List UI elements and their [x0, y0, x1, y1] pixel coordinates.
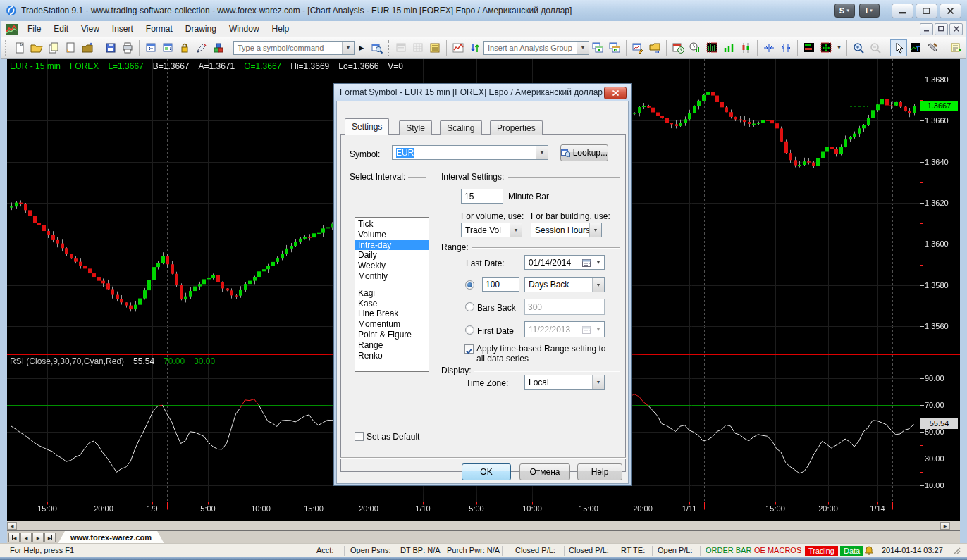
- minimize-button[interactable]: [892, 4, 913, 18]
- zoom-in-icon[interactable]: [850, 39, 867, 56]
- first-date-radio[interactable]: [465, 325, 474, 335]
- interval-value-input[interactable]: 15: [461, 189, 503, 204]
- workspaces-icon[interactable]: [45, 39, 62, 56]
- save-icon[interactable]: [102, 39, 119, 56]
- style-cubes-icon[interactable]: [210, 39, 227, 56]
- menu-insert[interactable]: Insert: [106, 23, 140, 35]
- menu-format[interactable]: Format: [140, 23, 179, 35]
- interval-option[interactable]: Kase: [355, 299, 429, 309]
- trading-status-badge[interactable]: Trading: [805, 546, 838, 556]
- symbol-lookup-icon[interactable]: [369, 39, 386, 56]
- apply-range-checkbox[interactable]: [464, 344, 474, 354]
- analysis-group-combo[interactable]: Insert an Analysis Group▼: [484, 41, 589, 55]
- last-date-picker[interactable]: 01/14/2014 ▼: [524, 255, 605, 270]
- quote-board-icon[interactable]: [426, 39, 443, 56]
- tab-style[interactable]: Style: [399, 120, 432, 135]
- close-button[interactable]: [940, 4, 961, 18]
- run-command-button[interactable]: ▶: [356, 41, 367, 55]
- lock-icon[interactable]: [176, 39, 193, 56]
- mdi-restore-button[interactable]: [935, 23, 948, 35]
- toolbar-gripper[interactable]: [5, 40, 8, 56]
- menu-edit[interactable]: Edit: [47, 23, 75, 35]
- symbol-shortcut-button[interactable]: S▼: [834, 4, 855, 18]
- save-workspace-icon[interactable]: [62, 39, 79, 56]
- chart-scrollbar[interactable]: ◀ ▶: [7, 521, 960, 530]
- volume-bars-icon[interactable]: [720, 39, 737, 56]
- interval-option[interactable]: Renko: [355, 351, 429, 361]
- next-workspace-button[interactable]: ▶: [32, 533, 44, 542]
- menu-window[interactable]: Window: [223, 23, 266, 35]
- tab-settings[interactable]: Settings: [345, 118, 389, 135]
- volume-combobox[interactable]: Trade Vol▼: [461, 223, 522, 237]
- market-depth-icon[interactable]: [801, 39, 818, 56]
- indicator-shortcut-button[interactable]: I▼: [859, 4, 880, 18]
- next-window-icon[interactable]: [159, 39, 176, 56]
- grid-window-icon[interactable]: [409, 39, 426, 56]
- scroll-right-button[interactable]: ▶: [940, 522, 950, 530]
- sort-arrows-icon[interactable]: [467, 39, 484, 56]
- days-back-combobox[interactable]: Days Back▼: [524, 277, 605, 292]
- format-painter-icon[interactable]: [193, 39, 210, 56]
- chevron-down-icon[interactable]: ▼: [577, 42, 589, 54]
- data-status-badge[interactable]: Data: [840, 546, 863, 556]
- interval-option[interactable]: Point & Figure: [355, 330, 429, 340]
- symbol-command-combo[interactable]: Type a symbol/command▼: [233, 41, 355, 55]
- mdi-minimize-button[interactable]: [920, 23, 933, 35]
- interval-option[interactable]: Kagi: [355, 288, 429, 299]
- time-bars-icon[interactable]: [686, 39, 703, 56]
- strategy-builder-icon[interactable]: [629, 39, 646, 56]
- zoom-out-icon[interactable]: [867, 39, 884, 56]
- candlestick-style-icon[interactable]: [737, 39, 754, 56]
- scroll-left-button[interactable]: ◀: [7, 522, 17, 530]
- symbol-combobox[interactable]: EUR ▼: [392, 145, 548, 160]
- strategy-folder-icon[interactable]: [646, 39, 663, 56]
- cancel-button[interactable]: Отмена: [519, 463, 570, 480]
- print-icon[interactable]: [119, 39, 136, 56]
- histogram-icon[interactable]: [703, 39, 720, 56]
- chevron-down-icon[interactable]: ▼: [536, 146, 548, 159]
- menu-help[interactable]: Help: [266, 23, 296, 35]
- add-note-icon[interactable]: [947, 39, 964, 56]
- alert-bell-icon[interactable]: [865, 546, 873, 556]
- interval-option[interactable]: Weekly: [355, 261, 429, 271]
- first-date-picker[interactable]: 11/22/2013 ▼: [524, 321, 605, 337]
- chart-analysis-icon[interactable]: [450, 39, 467, 56]
- days-back-radio[interactable]: [465, 280, 474, 290]
- menu-view[interactable]: View: [75, 23, 106, 35]
- resize-grip[interactable]: [953, 547, 961, 555]
- last-workspace-button[interactable]: ▶: [44, 533, 56, 542]
- chart-navigation-icon[interactable]: [818, 39, 834, 56]
- interval-option[interactable]: Intra-day: [355, 240, 429, 251]
- increase-bar-spacing-icon[interactable]: [777, 39, 794, 56]
- restore-button[interactable]: [916, 4, 937, 18]
- dialog-close-button[interactable]: [604, 87, 627, 99]
- first-workspace-button[interactable]: ◀: [8, 533, 20, 542]
- interval-option[interactable]: Momentum: [355, 319, 429, 330]
- new-document-icon[interactable]: [11, 39, 28, 56]
- data-window-icon[interactable]: [393, 39, 409, 56]
- interval-listbox[interactable]: TickVolumeIntra-dayDailyWeeklyMonthlyKag…: [355, 217, 429, 372]
- days-back-input[interactable]: 100: [482, 277, 519, 292]
- calendar-session-icon[interactable]: [670, 39, 686, 56]
- tab-properties[interactable]: Properties: [490, 120, 543, 135]
- chart-navigation-dropdown[interactable]: ▼: [834, 40, 844, 56]
- menu-file[interactable]: File: [21, 23, 47, 35]
- pointer-tool-icon[interactable]: [890, 39, 907, 56]
- set-default-checkbox[interactable]: [355, 432, 364, 441]
- lookup-button[interactable]: Lookup...: [560, 144, 608, 161]
- decrease-bar-spacing-icon[interactable]: [760, 39, 777, 56]
- ok-button[interactable]: OK: [462, 463, 511, 480]
- interval-option[interactable]: Range: [355, 340, 429, 351]
- interval-option[interactable]: Volume: [355, 230, 429, 240]
- chevron-down-icon[interactable]: ▼: [342, 42, 354, 54]
- drawing-tools-icon[interactable]: [924, 39, 941, 56]
- open-workspace-icon[interactable]: [28, 39, 45, 56]
- mdi-close-button[interactable]: [949, 23, 963, 35]
- previous-window-icon[interactable]: [142, 39, 159, 56]
- interval-option[interactable]: Daily: [355, 250, 429, 261]
- interval-option[interactable]: Tick: [355, 219, 429, 230]
- close-workspace-icon[interactable]: [79, 39, 96, 56]
- dialog-title-bar[interactable]: Format Symbol - EUR 15 min [FOREX] Евро …: [334, 84, 631, 101]
- tab-scaling[interactable]: Scaling: [440, 120, 481, 135]
- previous-workspace-button[interactable]: ◀: [20, 533, 32, 542]
